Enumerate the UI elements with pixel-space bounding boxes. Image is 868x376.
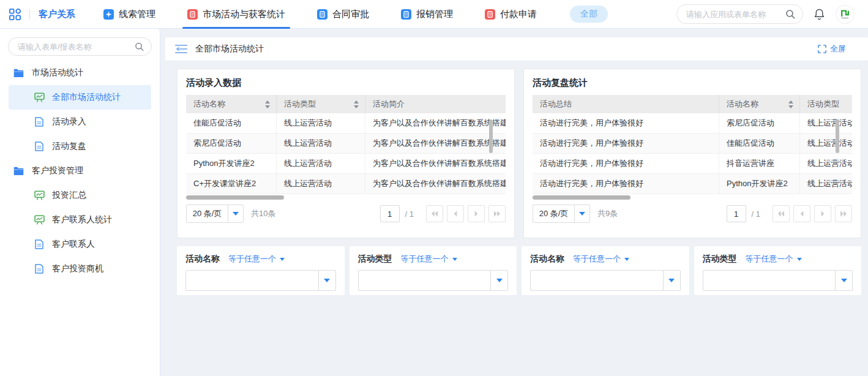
table-cell: 线上运营活动 (277, 154, 365, 173)
table-row[interactable]: 活动进行完美，用户体验很好佳能店促活动线上运营活动 (533, 133, 852, 154)
sidebar-item[interactable]: 活动复盘 (9, 134, 151, 159)
first-page-icon[interactable] (426, 205, 443, 222)
sort-icon[interactable] (354, 100, 359, 108)
all-apps-pill[interactable]: 全部 (570, 6, 608, 23)
sort-icon[interactable] (265, 100, 270, 108)
current-page-input[interactable]: 1 (380, 205, 400, 222)
filter-value-select[interactable] (703, 270, 853, 291)
horizontal-scrollbar-track (186, 194, 506, 201)
app-tab-label: 合同审批 (332, 9, 369, 20)
vertical-scrollbar[interactable] (489, 119, 493, 153)
app-tab-4[interactable]: 报销管理 (401, 0, 453, 29)
table-row[interactable]: 活动进行完美，用户体验很好索尼店促活动线上运营活动 (533, 113, 852, 133)
table-row[interactable]: 活动进行完美，用户体验很好抖音运营讲座线上运营活动 (533, 154, 852, 174)
horizontal-scrollbar[interactable] (186, 195, 284, 200)
page-size-select[interactable]: 20 条/页 (533, 205, 590, 223)
table-row[interactable]: C+开发课堂讲座2线上运营活动为客户以及合作伙伴讲解百数系统搭建 (186, 174, 506, 194)
filter-header: 活动名称等于任意一个 (185, 254, 336, 265)
app-tab-3[interactable]: 合同审批 (317, 0, 369, 29)
column-header[interactable]: 活动类型 (277, 95, 365, 113)
table-row[interactable]: Python开发讲座2线上运营活动为客户以及合作伙伴讲解百数系统搭建 (186, 154, 506, 174)
sidebar-item-label: 客户联系人 (52, 239, 95, 250)
column-header[interactable]: 活动总结 (533, 95, 719, 113)
vertical-scrollbar[interactable] (836, 119, 839, 153)
horizontal-scrollbar[interactable] (533, 195, 630, 200)
dropdown-caret-icon (574, 205, 589, 222)
filter-operator-dropdown[interactable]: 等于任意一个 (401, 254, 457, 265)
filter-value-select[interactable] (358, 270, 509, 291)
filter-value-input (531, 271, 663, 290)
filter-value-select[interactable] (185, 270, 336, 291)
main-content: 全部市场活动统计 全屏 活动录入数据活动名称活动类型活动简介佳能店促活动线上运营… (165, 29, 868, 376)
sidebar-item[interactable]: 客户联系人统计 (9, 208, 151, 232)
sort-icon[interactable] (788, 100, 793, 108)
form-doc-icon (34, 141, 45, 151)
global-search-input[interactable] (677, 5, 803, 23)
workspace-name[interactable]: 客户关系 (39, 9, 75, 20)
filter-operator-dropdown[interactable]: 等于任意一个 (573, 254, 629, 265)
caret-down-icon (280, 258, 285, 261)
sidebar-item[interactable]: 投资汇总 (9, 183, 151, 208)
prev-page-icon[interactable] (793, 205, 810, 222)
page-size-select[interactable]: 20 条/页 (186, 205, 244, 223)
filter-value-input (703, 271, 836, 290)
sidebar-item-label: 全部市场活动统计 (52, 92, 121, 103)
last-page-icon[interactable] (488, 205, 506, 222)
first-page-icon[interactable] (773, 205, 790, 222)
fullscreen-label: 全屏 (830, 43, 846, 55)
table-row[interactable]: 活动进行完美，用户体验很好Python开发讲座2线上运营活动 (533, 174, 852, 194)
app-tab-5[interactable]: 付款申请 (485, 0, 537, 29)
dropdown-caret-icon (835, 271, 852, 290)
last-page-icon[interactable] (835, 205, 852, 222)
column-header-label: 活动简介 (373, 99, 405, 110)
table-cell: 线上运营活动 (277, 174, 365, 194)
column-header[interactable]: 活动名称 (186, 95, 277, 113)
page-size-value: 20 条/页 (533, 208, 574, 219)
total-count: 共9条 (597, 208, 618, 219)
column-header[interactable]: 活动简介 (365, 95, 506, 113)
app-tab-2[interactable]: 市场活动与获客统计 (187, 0, 285, 29)
search-icon[interactable] (135, 42, 144, 51)
app-layout: 市场活动统计全部市场活动统计活动录入活动复盘客户投资管理投资汇总客户联系人统计客… (0, 29, 868, 376)
table-row[interactable]: 索尼店促活动线上运营活动为客户以及合作伙伴讲解百数系统搭建 (186, 133, 506, 154)
sidebar-item[interactable]: 客户投资商机 (9, 257, 151, 281)
dropdown-caret-icon (663, 271, 680, 290)
form-doc-icon (34, 239, 45, 249)
pager-controls: 1/ 1 (380, 205, 506, 222)
search-icon[interactable] (785, 9, 795, 19)
fullscreen-button[interactable]: 全屏 (818, 43, 846, 55)
bell-icon[interactable] (814, 8, 825, 21)
app-tabs: 线索管理市场活动与获客统计合同审批报销管理付款申请 (103, 0, 537, 29)
filter-operator-label: 等于任意一个 (228, 254, 276, 265)
filter-value-select[interactable] (530, 270, 681, 291)
column-header[interactable]: 活动类型 (800, 95, 852, 113)
apps-grid-icon[interactable] (9, 8, 21, 21)
user-avatar[interactable] (836, 5, 855, 24)
table-cell: 活动进行完美，用户体验很好 (533, 154, 719, 173)
filter-field-label: 活动名称 (530, 254, 564, 265)
page-count: / 1 (405, 209, 414, 219)
filter-operator-dropdown[interactable]: 等于任意一个 (228, 254, 285, 265)
app-tab-1[interactable]: 线索管理 (103, 0, 155, 29)
column-header[interactable]: 活动名称 (719, 95, 800, 113)
app-tab-label: 报销管理 (416, 9, 453, 20)
sidebar-item[interactable]: 市场活动统计 (9, 61, 151, 85)
filter-operator-label: 等于任意一个 (573, 254, 621, 265)
table-cell: Python开发讲座2 (719, 174, 800, 194)
table-row[interactable]: 佳能店促活动线上运营活动为客户以及合作伙伴讲解百数系统搭建 (186, 113, 506, 133)
next-page-icon[interactable] (468, 205, 485, 222)
filter-operator-dropdown[interactable]: 等于任意一个 (746, 254, 802, 265)
sidebar-item[interactable]: 全部市场活动统计 (9, 85, 151, 110)
app-doc-icon (187, 9, 198, 20)
sidebar-item[interactable]: 客户投资管理 (9, 159, 151, 183)
collapse-sidebar-icon[interactable] (175, 44, 187, 54)
filter-header: 活动名称等于任意一个 (530, 254, 681, 265)
prev-page-icon[interactable] (447, 205, 464, 222)
sidebar-search-input[interactable] (9, 38, 151, 55)
brand-logo-icon (840, 9, 850, 20)
report-chart-icon (34, 190, 45, 200)
sidebar-item[interactable]: 活动录入 (9, 110, 151, 134)
current-page-input[interactable]: 1 (727, 205, 746, 222)
sidebar-item[interactable]: 客户联系人 (9, 232, 151, 257)
next-page-icon[interactable] (814, 205, 831, 222)
